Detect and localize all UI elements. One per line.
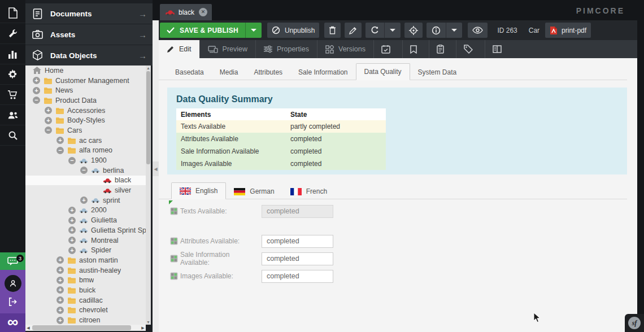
tree-vertical-scrollbar[interactable]: ▲ ▼	[146, 65, 151, 325]
scroll-up-arrow[interactable]: ▲	[146, 65, 151, 71]
print-pdf-button[interactable]: print-pdf	[545, 23, 591, 38]
expand-icon[interactable]: +	[56, 307, 64, 314]
chevron-right-icon[interactable]: →	[138, 9, 147, 19]
tree-item[interactable]: silver	[25, 185, 146, 195]
expand-icon[interactable]: +	[33, 87, 40, 94]
expand-icon[interactable]: +	[33, 77, 40, 84]
expand-icon[interactable]: +	[68, 237, 76, 244]
collapse-icon[interactable]: −	[56, 147, 64, 154]
expand-icon[interactable]: +	[56, 317, 64, 324]
tree-item[interactable]: +Giulietta	[25, 215, 146, 225]
collapse-icon[interactable]: −	[68, 157, 76, 164]
field-value-input[interactable]: completed	[262, 270, 333, 283]
panel-documents[interactable]: Documents →	[25, 3, 153, 24]
subtab-media[interactable]: Media	[212, 64, 246, 80]
lang-tab-english[interactable]: English	[171, 182, 226, 199]
tree-horizontal-scrollbar[interactable]: ◀ ▶	[25, 325, 146, 331]
chevron-right-icon[interactable]: →	[138, 51, 147, 60]
expand-icon[interactable]: +	[56, 286, 64, 294]
symfony-debug-toolbar[interactable]: sf	[625, 314, 644, 332]
reports-chart-icon[interactable]	[0, 44, 25, 64]
lang-tab-french[interactable]: French	[282, 184, 335, 199]
tab-preview[interactable]: Preview	[200, 40, 256, 58]
reload-options-caret[interactable]	[385, 23, 401, 38]
save-publish-button[interactable]: SAVE & PUBLISH	[160, 23, 262, 38]
tree-item[interactable]: Home	[25, 65, 146, 76]
chat-icon[interactable]: 3	[0, 252, 25, 270]
users-icon[interactable]	[0, 105, 25, 125]
tree-item[interactable]: +Gulietta Sprint Specia	[25, 225, 146, 235]
tree-item[interactable]: +chevrolet	[25, 305, 146, 316]
tree-item[interactable]: +Customer Management	[25, 76, 146, 86]
lang-tab-german[interactable]: German	[226, 184, 282, 199]
editor-tab-black[interactable]: black ✕	[160, 4, 212, 20]
subtab-system-data[interactable]: System Data	[410, 64, 465, 80]
collapse-panel-handle[interactable]: ◀	[153, 161, 159, 176]
logout-icon[interactable]	[0, 297, 25, 307]
scrollbar-thumb[interactable]	[32, 325, 131, 330]
tree-item[interactable]: +buick	[25, 285, 146, 295]
tree-item[interactable]: +bmw	[25, 275, 146, 285]
reload-button[interactable]	[365, 23, 384, 38]
pimcore-logo[interactable]: ∞	[0, 313, 25, 332]
subtab-data-quality[interactable]: Data Quality	[356, 63, 410, 80]
expand-icon[interactable]: +	[56, 137, 64, 144]
tab-reports[interactable]	[429, 40, 456, 58]
settings-gear-icon[interactable]	[0, 64, 25, 85]
tree-item[interactable]: +aston martin	[25, 255, 146, 265]
scroll-left-arrow[interactable]: ◀	[25, 325, 31, 331]
expand-icon[interactable]: +	[68, 217, 76, 224]
rename-button[interactable]	[345, 23, 362, 38]
expand-icon[interactable]: +	[80, 196, 88, 204]
expand-icon[interactable]: +	[68, 247, 76, 254]
field-value-input[interactable]: completed	[262, 235, 333, 248]
collapse-icon[interactable]: −	[80, 167, 88, 174]
tab-workflow[interactable]	[485, 40, 514, 58]
chevron-right-icon[interactable]: →	[138, 30, 147, 40]
wrench-icon[interactable]	[0, 24, 25, 44]
tab-properties[interactable]: Properties	[256, 40, 317, 58]
tab-notes[interactable]	[403, 40, 429, 58]
field-value-input[interactable]: completed	[262, 205, 333, 218]
scrollbar-thumb[interactable]	[146, 71, 150, 164]
tree-item[interactable]: +Spider	[25, 245, 146, 255]
subtab-attributes[interactable]: Attributes	[246, 64, 290, 80]
tab-versions[interactable]: Versions	[317, 40, 374, 58]
expand-icon[interactable]: +	[56, 296, 64, 304]
panel-data-objects[interactable]: Data Objects →	[25, 45, 153, 65]
close-icon[interactable]: ✕	[199, 8, 207, 16]
tree-item[interactable]: +Body-Styles	[25, 115, 146, 125]
field-value-input[interactable]: completed	[262, 252, 333, 265]
tree-item[interactable]: +austin-healey	[25, 265, 146, 276]
tree-item[interactable]: +News	[25, 85, 146, 95]
tree-item[interactable]: +Montreal	[25, 235, 146, 246]
file-icon[interactable]	[0, 3, 25, 23]
unpublish-button[interactable]: Unpublish	[267, 23, 319, 38]
panel-assets[interactable]: Assets →	[25, 24, 153, 45]
save-options-caret[interactable]	[246, 23, 262, 38]
tree-item[interactable]: −Cars	[25, 125, 146, 136]
expand-icon[interactable]: +	[45, 107, 52, 114]
expand-icon[interactable]: +	[68, 226, 76, 234]
tree-item[interactable]: +Accessories	[25, 106, 146, 116]
ecommerce-cart-icon[interactable]	[0, 85, 25, 105]
tree-item[interactable]: +cadillac	[25, 295, 146, 305]
subtab-basedata[interactable]: Basedata	[167, 64, 212, 80]
collapse-icon[interactable]: −	[33, 97, 40, 104]
tree-item[interactable]: +citroen	[25, 315, 146, 325]
tab-tags[interactable]	[456, 40, 485, 58]
delete-button[interactable]	[324, 23, 341, 38]
tree-item[interactable]: −1900	[25, 155, 146, 165]
subtab-sale-information[interactable]: Sale Information	[290, 64, 355, 80]
search-icon[interactable]	[0, 125, 25, 146]
avatar[interactable]	[0, 270, 25, 292]
tab-edit[interactable]: Edit	[159, 40, 200, 58]
info-button[interactable]	[427, 23, 446, 38]
tree-item[interactable]: +2000	[25, 206, 146, 216]
tree-item[interactable]: −alfa romeo	[25, 146, 146, 156]
expand-icon[interactable]: +	[56, 256, 64, 264]
scroll-right-arrow[interactable]: ▶	[140, 325, 146, 331]
panel-splitter[interactable]: ◀	[153, 20, 159, 332]
tree-item[interactable]: −berlina	[25, 165, 146, 176]
expand-icon[interactable]: +	[56, 277, 64, 284]
